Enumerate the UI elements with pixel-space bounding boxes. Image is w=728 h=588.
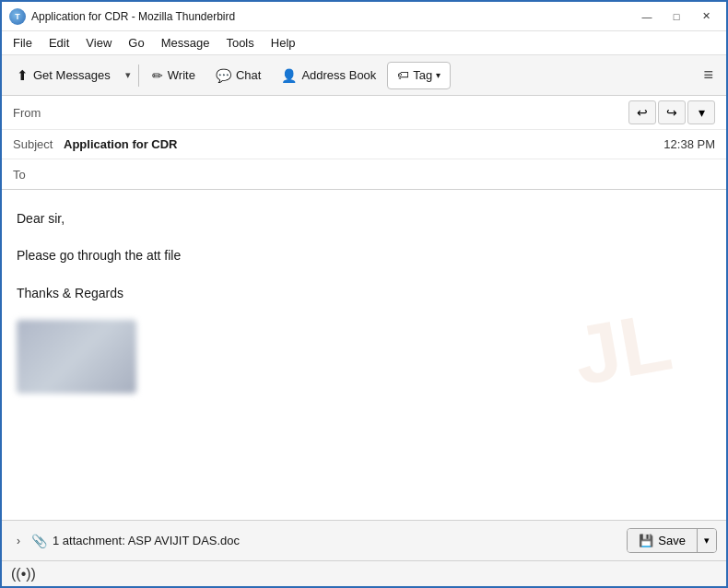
to-label: To [13, 168, 64, 182]
menu-file[interactable]: File [6, 33, 40, 53]
toolbar: ⬆ Get Messages ▾ ✏ Write 💬 Chat 👤 Addres… [2, 55, 726, 96]
from-label: From [13, 106, 64, 120]
email-time: 12:38 PM [663, 137, 715, 151]
attachment-count: 1 attachment: [53, 534, 125, 547]
body-line-1: Dear sir, [17, 208, 711, 229]
menu-tools[interactable]: Tools [218, 33, 261, 53]
from-row: From ↩ ↪ ▾ [2, 96, 726, 130]
status-bar: ((•)) [2, 560, 726, 586]
to-row: To [2, 159, 726, 189]
write-label: Write [168, 68, 195, 82]
menu-help[interactable]: Help [264, 33, 303, 53]
address-book-icon: 👤 [281, 68, 297, 83]
save-button[interactable]: 💾 Save [628, 529, 698, 552]
email-body: JL Dear sir, Please go through the att f… [2, 190, 726, 520]
get-messages-icon: ⬆ [17, 67, 29, 84]
chat-label: Chat [236, 68, 261, 82]
attachment-label: 1 attachment: ASP AVIJIT DAS.doc [53, 534, 621, 547]
write-icon: ✏ [152, 68, 163, 83]
hamburger-icon: ≡ [703, 65, 713, 84]
forward-button[interactable]: ↪ [658, 100, 686, 124]
subject-label: Subject [13, 137, 64, 151]
maximize-button[interactable]: □ [663, 7, 689, 26]
attachment-bar: › 📎 1 attachment: ASP AVIJIT DAS.doc 💾 S… [2, 520, 726, 560]
address-book-button[interactable]: 👤 Address Book [272, 60, 385, 91]
close-button[interactable]: ✕ [693, 7, 719, 26]
main-window: T Application for CDR - Mozilla Thunderb… [0, 0, 728, 588]
attachment-filename: ASP AVIJIT DAS.doc [128, 534, 240, 547]
save-icon: 💾 [639, 534, 653, 547]
more-button[interactable]: ▾ [687, 100, 715, 124]
get-messages-label: Get Messages [33, 68, 111, 82]
reply-button[interactable]: ↩ [628, 100, 656, 124]
menu-message[interactable]: Message [154, 33, 217, 53]
subject-value: Application for CDR [64, 137, 654, 151]
menu-view[interactable]: View [78, 33, 119, 53]
address-book-label: Address Book [301, 68, 376, 82]
subject-row: Subject Application for CDR 12:38 PM [2, 130, 726, 159]
save-button-group: 💾 Save ▾ [627, 528, 717, 553]
get-messages-button[interactable]: ⬆ Get Messages [7, 60, 120, 91]
get-messages-dropdown-button[interactable]: ▾ [122, 60, 135, 91]
attachment-expand-button[interactable]: › [11, 531, 26, 551]
menu-go[interactable]: Go [121, 33, 151, 53]
body-line-2: Please go through the att file [17, 245, 711, 265]
tag-dropdown-icon: ▾ [436, 70, 440, 80]
tag-icon: 🏷 [397, 68, 409, 82]
hamburger-menu-button[interactable]: ≡ [696, 60, 721, 91]
save-label: Save [658, 534, 686, 547]
header-actions: ↩ ↪ ▾ [628, 100, 715, 124]
tag-button[interactable]: 🏷 Tag ▾ [387, 62, 451, 89]
tag-label: Tag [413, 68, 432, 82]
title-bar: T Application for CDR - Mozilla Thunderb… [2, 2, 726, 31]
menu-bar: File Edit View Go Message Tools Help [2, 31, 726, 55]
body-line-3: Thanks & Regards [17, 283, 711, 303]
attachment-icon: 📎 [31, 534, 47, 548]
menu-edit[interactable]: Edit [41, 33, 76, 53]
chat-button[interactable]: 💬 Chat [206, 60, 270, 91]
save-dropdown-button[interactable]: ▾ [698, 529, 716, 552]
email-header: From ↩ ↪ ▾ Subject Application for CDR 1… [2, 96, 726, 190]
chat-icon: 💬 [216, 68, 231, 83]
window-controls: — □ ✕ [634, 7, 719, 26]
write-button[interactable]: ✏ Write [143, 60, 205, 91]
window-title: Application for CDR - Mozilla Thunderbir… [31, 10, 634, 23]
connection-status-icon: ((•)) [11, 566, 36, 582]
minimize-button[interactable]: — [634, 7, 660, 26]
signature-image [17, 320, 136, 394]
app-logo: T [9, 8, 26, 25]
toolbar-separator-1 [138, 65, 139, 87]
